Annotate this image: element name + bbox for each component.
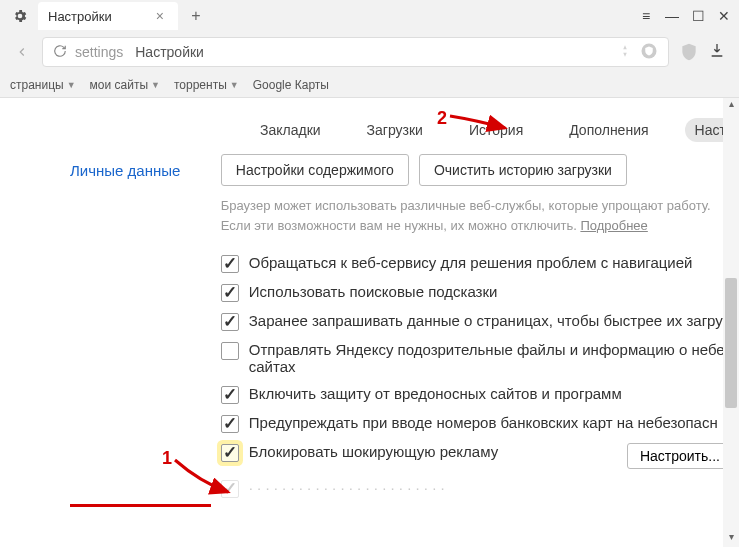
- option-label: Предупреждать при вводе номеров банковск…: [249, 414, 733, 431]
- chevron-down-icon: ▼: [67, 80, 76, 90]
- scrollbar-thumb[interactable]: [725, 278, 737, 408]
- checkbox[interactable]: [221, 480, 239, 498]
- new-tab-button[interactable]: +: [184, 4, 208, 28]
- option-label: Заранее запрашивать данные о страницах, …: [249, 312, 733, 329]
- address-bar: settings Настройки: [0, 32, 739, 72]
- option-label: Использовать поисковые подсказки: [249, 283, 733, 300]
- minimize-icon[interactable]: —: [663, 8, 681, 24]
- checkbox[interactable]: [221, 386, 239, 404]
- menu-icon[interactable]: ≡: [637, 8, 655, 24]
- nav-tab-history[interactable]: История: [459, 118, 533, 142]
- close-tab-icon[interactable]: ×: [152, 8, 168, 24]
- address-keyword: settings: [75, 44, 123, 60]
- bookmark-folder[interactable]: страницы▼: [10, 78, 76, 92]
- reload-icon[interactable]: [53, 44, 67, 61]
- option-row: Включить защиту от вредоносных сайтов и …: [221, 380, 733, 409]
- settings-page: Закладки Загрузки История Дополнения Нас…: [0, 98, 739, 547]
- annotation-underline: [70, 504, 211, 507]
- shield-icon[interactable]: [677, 40, 701, 64]
- scroll-down-icon[interactable]: ▾: [723, 531, 739, 547]
- bookmark-folder[interactable]: торренты▼: [174, 78, 239, 92]
- vertical-scrollbar[interactable]: ▴ ▾: [723, 98, 739, 547]
- checkbox-highlighted[interactable]: [221, 444, 239, 462]
- learn-more-link[interactable]: Подробнее: [580, 218, 647, 233]
- shield-badge-icon[interactable]: [640, 42, 658, 63]
- option-row: Заранее запрашивать данные о страницах, …: [221, 307, 733, 336]
- settings-section: Настройки содержимого Очистить историю з…: [207, 154, 739, 503]
- address-input[interactable]: settings Настройки: [42, 37, 669, 67]
- tab-strip: Настройки × + ≡ — ☐ ✕: [0, 0, 739, 32]
- option-label: Отправлять Яндексу подозрительные файлы …: [249, 341, 733, 375]
- tab-title: Настройки: [48, 9, 112, 24]
- option-label: Включить защиту от вредоносных сайтов и …: [249, 385, 733, 402]
- back-button[interactable]: [10, 40, 34, 64]
- maximize-icon[interactable]: ☐: [689, 8, 707, 24]
- sidebar-link-personal[interactable]: Личные данные: [70, 154, 207, 503]
- option-label: · · · · · · · · · · · · · · · · · · · · …: [249, 479, 733, 496]
- gear-icon[interactable]: [12, 8, 28, 24]
- browser-tab[interactable]: Настройки ×: [38, 2, 178, 30]
- bookmark-item[interactable]: Google Карты: [253, 78, 329, 92]
- configure-button[interactable]: Настроить...: [627, 443, 733, 469]
- option-label: Блокировать шокирующую рекламу: [249, 443, 607, 460]
- checkbox[interactable]: [221, 255, 239, 273]
- rocket-icon[interactable]: [618, 44, 632, 61]
- chevron-down-icon: ▼: [151, 80, 160, 90]
- checkbox[interactable]: [221, 415, 239, 433]
- scroll-up-icon[interactable]: ▴: [723, 98, 739, 114]
- window-controls: ≡ — ☐ ✕: [637, 0, 733, 32]
- option-row: Использовать поисковые подсказки: [221, 278, 733, 307]
- content-settings-button[interactable]: Настройки содержимого: [221, 154, 409, 186]
- option-row: Отправлять Яндексу подозрительные файлы …: [221, 336, 733, 380]
- nav-tab-downloads[interactable]: Загрузки: [357, 118, 433, 142]
- checkbox[interactable]: [221, 313, 239, 331]
- chevron-down-icon: ▼: [230, 80, 239, 90]
- option-row: Обращаться к веб-сервису для решения про…: [221, 249, 733, 278]
- option-row-cutoff: · · · · · · · · · · · · · · · · · · · · …: [221, 474, 733, 503]
- clear-history-button[interactable]: Очистить историю загрузки: [419, 154, 627, 186]
- download-icon[interactable]: [709, 42, 729, 62]
- checkbox[interactable]: [221, 342, 239, 360]
- nav-tab-bookmarks[interactable]: Закладки: [250, 118, 331, 142]
- bookmark-folder[interactable]: мои сайты▼: [90, 78, 160, 92]
- option-label: Обращаться к веб-сервису для решения про…: [249, 254, 733, 271]
- address-title: Настройки: [135, 44, 204, 60]
- section-description: Браузер может использовать различные веб…: [221, 196, 733, 235]
- option-row: Блокировать шокирующую рекламу Настроить…: [221, 438, 733, 474]
- checkbox[interactable]: [221, 284, 239, 302]
- option-row: Предупреждать при вводе номеров банковск…: [221, 409, 733, 438]
- nav-tab-addons[interactable]: Дополнения: [559, 118, 658, 142]
- settings-nav: Закладки Загрузки История Дополнения Нас…: [0, 98, 739, 154]
- bookmarks-bar: страницы▼ мои сайты▼ торренты▼ Google Ка…: [0, 72, 739, 98]
- close-window-icon[interactable]: ✕: [715, 8, 733, 24]
